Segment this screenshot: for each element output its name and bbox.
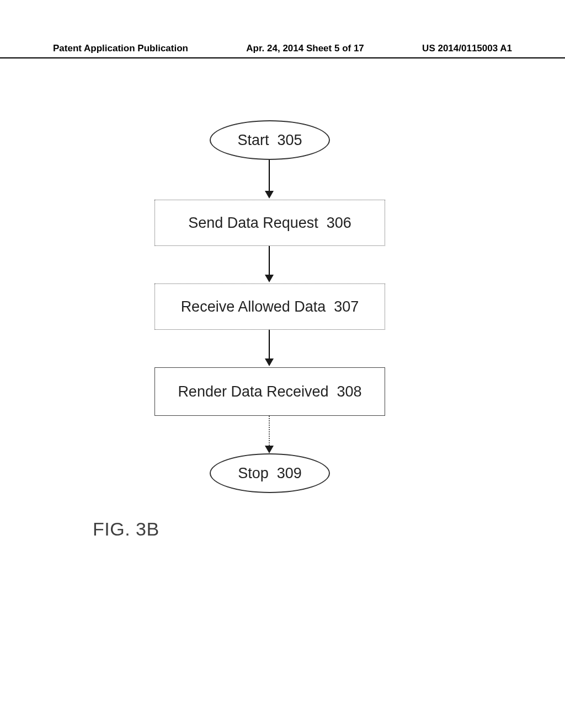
header-right: US 2014/0115003 A1 [422, 43, 512, 54]
step-render-data-received: Render Data Received 308 [154, 367, 385, 416]
start-num: 305 [277, 132, 302, 148]
step2-label: Receive Allowed Data 307 [181, 298, 359, 315]
stop-label: Stop 309 [238, 465, 302, 482]
step2-num: 307 [334, 298, 359, 315]
header-left: Patent Application Publication [53, 43, 188, 54]
step2-text: Receive Allowed Data [181, 298, 326, 315]
step3-label: Render Data Received 308 [178, 383, 361, 400]
step1-label: Send Data Request 306 [188, 215, 351, 232]
start-label: Start 305 [237, 132, 302, 149]
figure-label: FIG. 3B [93, 518, 159, 540]
step-send-data-request: Send Data Request 306 [154, 200, 385, 246]
step1-text: Send Data Request [188, 215, 318, 231]
step1-num: 306 [327, 215, 351, 231]
start-text: Start [237, 132, 269, 148]
stop-num: 309 [277, 465, 302, 481]
patent-page: Patent Application Publication Apr. 24, … [0, 0, 565, 728]
stop-text: Stop [238, 465, 269, 481]
stop-terminal: Stop 309 [210, 453, 330, 493]
page-header: Patent Application Publication Apr. 24, … [0, 43, 565, 58]
step3-num: 308 [337, 383, 362, 400]
header-center: Apr. 24, 2014 Sheet 5 of 17 [246, 43, 364, 54]
start-terminal: Start 305 [210, 120, 330, 160]
step3-text: Render Data Received [178, 383, 328, 400]
step-receive-allowed-data: Receive Allowed Data 307 [154, 283, 385, 330]
